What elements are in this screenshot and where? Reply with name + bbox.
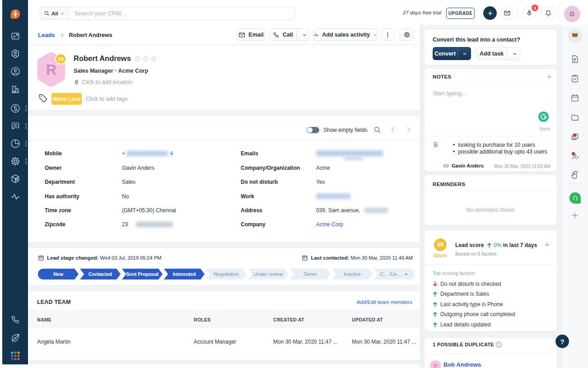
svg-text:R: R xyxy=(46,62,56,78)
